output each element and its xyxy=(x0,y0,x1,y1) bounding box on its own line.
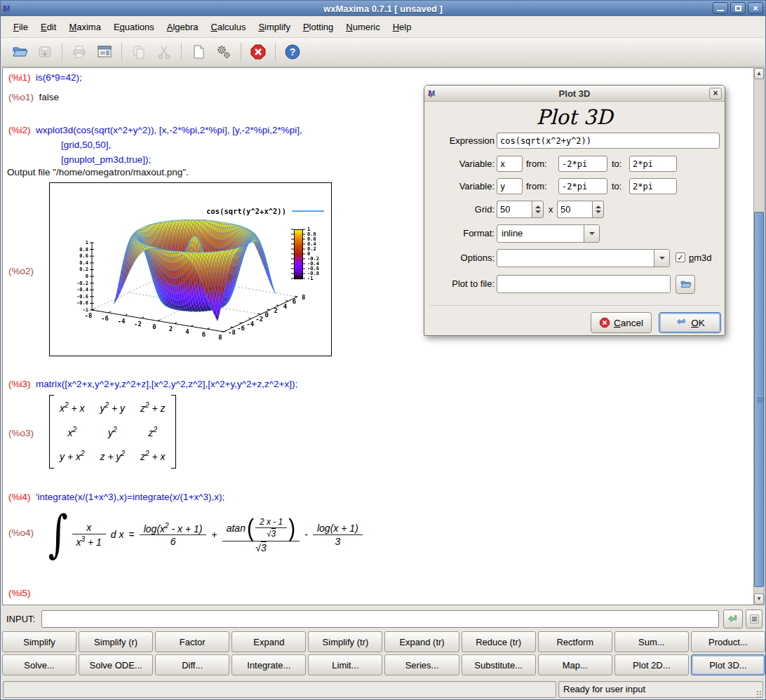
grid-button-plot-2d[interactable]: Plot 2D... xyxy=(614,654,689,675)
pm3d-checkbox[interactable]: ✓ xyxy=(676,253,685,262)
grid-button-rectform[interactable]: Rectform xyxy=(538,631,612,652)
grid-button-factor[interactable]: Factor xyxy=(155,631,229,652)
menu-maxima[interactable]: Maxima xyxy=(62,18,107,36)
from2-label: from: xyxy=(526,181,547,191)
to2-label: to: xyxy=(612,181,621,191)
scroll-down-arrow[interactable]: ▼ xyxy=(754,593,764,605)
open-icon[interactable] xyxy=(7,41,32,63)
ok-button[interactable]: OK xyxy=(659,312,721,333)
output-file-note: Output file "/home/omegatron/maxout.png"… xyxy=(7,167,189,177)
menu-algebra[interactable]: Algebra xyxy=(161,18,205,36)
print-icon[interactable] xyxy=(67,41,92,63)
options-value xyxy=(497,250,654,267)
variable1-to-input[interactable] xyxy=(629,156,677,172)
new-document-icon[interactable] xyxy=(186,41,211,63)
code-i3: matrix([x^2+x,y^2+y,z^2+z],[x^2,y^2,z^2]… xyxy=(36,379,297,389)
options-dropdown[interactable] xyxy=(497,249,670,267)
grid-button-map[interactable]: Map... xyxy=(538,654,612,675)
plot-legend-line-sample xyxy=(292,210,324,212)
grid-y-input[interactable] xyxy=(557,201,592,218)
window-title: wxMaxima 0.7.1 [ unsaved ] xyxy=(1,4,765,14)
scrollbar-thumb[interactable] xyxy=(754,212,764,587)
svg-text:?: ? xyxy=(290,46,296,58)
format-dropdown[interactable]: inline xyxy=(497,224,600,243)
ok-return-arrow-icon xyxy=(675,317,687,328)
close-paren: ) xyxy=(288,514,295,541)
grid-button-integrate[interactable]: Integrate... xyxy=(231,654,306,675)
prompt-o2: (%o2) xyxy=(8,266,34,276)
help-icon[interactable]: ? xyxy=(280,41,305,63)
copy-icon[interactable] xyxy=(126,41,152,63)
menu-file[interactable]: File xyxy=(7,18,34,36)
open-paren: ( xyxy=(247,514,254,541)
grid-button-limit[interactable]: Limit... xyxy=(308,654,382,675)
maxima-input-field[interactable] xyxy=(41,610,719,628)
grid-button-sum[interactable]: Sum... xyxy=(614,631,689,652)
term1-fraction: log(x2 - x + 1) 6 xyxy=(140,521,207,548)
prompt-i4: (%i4) xyxy=(8,492,31,502)
variable1-name-input[interactable] xyxy=(497,156,523,172)
chevron-down-icon[interactable] xyxy=(584,225,599,242)
minimize-button[interactable] xyxy=(713,2,728,14)
save-icon[interactable] xyxy=(32,41,58,63)
grid-x-spinner[interactable] xyxy=(532,201,544,218)
prompt-i1: (%i1) xyxy=(8,72,31,83)
matrix-cell: z2 xyxy=(149,426,158,438)
prompt-o1: (%o1) xyxy=(8,92,34,102)
grid-button-simplify-r[interactable]: Simplify (r) xyxy=(79,631,153,652)
cut-icon[interactable] xyxy=(152,41,177,63)
status-message: Ready for user input xyxy=(558,681,763,698)
plot-legend-label: cos(sqrt(y^2+x^2)) xyxy=(206,207,286,215)
expression-input[interactable] xyxy=(497,133,720,149)
variable2-from-input[interactable] xyxy=(558,178,607,194)
variable1-from-input[interactable] xyxy=(558,156,607,172)
recalculate-gears-icon[interactable] xyxy=(211,41,236,63)
plot-to-file-label: Plot to file: xyxy=(428,278,495,289)
grid-button-expand-tr[interactable]: Expand (tr) xyxy=(384,631,459,652)
matrix-left-bracket xyxy=(49,395,54,469)
integrand-fraction: x x3 + 1 xyxy=(72,521,106,548)
close-button[interactable]: × xyxy=(748,2,763,14)
grid-button-solve-ode[interactable]: Solve ODE... xyxy=(79,654,153,675)
menu-equations[interactable]: Equations xyxy=(107,18,161,36)
menu-plotting[interactable]: Plotting xyxy=(297,18,340,36)
resize-grip[interactable] xyxy=(756,690,763,697)
menu-help[interactable]: Help xyxy=(387,18,418,36)
grid-button-simplify-tr[interactable]: Simplify (tr) xyxy=(308,631,382,652)
stop-icon[interactable] xyxy=(246,41,271,63)
browse-folder-icon[interactable] xyxy=(676,275,695,294)
pm3d-label: pm3d xyxy=(689,253,712,263)
menu-simplify[interactable]: Simplify xyxy=(252,18,297,36)
dialog-close-icon[interactable]: × xyxy=(709,88,722,100)
plot-to-file-input[interactable] xyxy=(497,275,671,293)
grid-x-input[interactable] xyxy=(497,201,532,218)
grid-button-plot-3d[interactable]: Plot 3D... xyxy=(691,654,765,675)
plot-3d-output: cos(sqrt(y^2+x^2)) xyxy=(49,182,332,356)
grid-button-diff[interactable]: Diff... xyxy=(155,654,229,675)
vertical-scrollbar[interactable]: ▲ ▼ xyxy=(753,67,765,605)
preferences-icon[interactable] xyxy=(92,41,117,63)
grid-button-expand[interactable]: Expand xyxy=(231,631,306,652)
menu-numeric[interactable]: Numeric xyxy=(340,18,386,36)
maximize-button[interactable] xyxy=(730,2,746,14)
variable2-name-input[interactable] xyxy=(497,178,523,194)
menu-edit[interactable]: Edit xyxy=(34,18,62,36)
matrix-right-bracket xyxy=(171,395,176,469)
menu-calculus[interactable]: Calculus xyxy=(205,18,253,36)
cancel-button[interactable]: Cancel xyxy=(591,312,652,333)
code-i2-line2: [grid,50,50], xyxy=(61,140,111,150)
grid-button-substitute[interactable]: Substitute... xyxy=(462,654,536,675)
history-icon[interactable] xyxy=(746,610,762,628)
chevron-down-icon[interactable] xyxy=(654,250,669,267)
dialog-separator xyxy=(430,305,719,307)
grid-button-series[interactable]: Series... xyxy=(384,654,459,675)
grid-button-reduce-tr[interactable]: Reduce (tr) xyxy=(462,631,536,652)
grid-y-spinner[interactable] xyxy=(592,201,604,218)
grid-button-product[interactable]: Product... xyxy=(691,631,765,652)
enter-command-icon[interactable] xyxy=(723,610,743,628)
grid-button-simplify[interactable]: Simplify xyxy=(2,631,76,652)
variable2-to-input[interactable] xyxy=(629,178,677,194)
grid-button-solve[interactable]: Solve... xyxy=(2,654,76,675)
dialog-titlebar[interactable]: ξM Plot 3D × xyxy=(424,86,725,102)
scroll-up-arrow[interactable]: ▲ xyxy=(754,68,764,79)
